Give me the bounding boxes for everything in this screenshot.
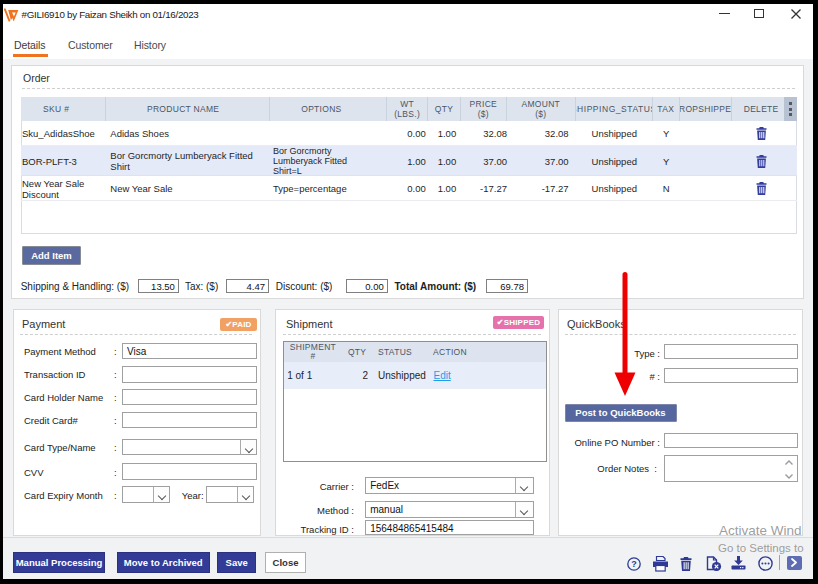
svg-text:?: ?: [631, 559, 637, 569]
